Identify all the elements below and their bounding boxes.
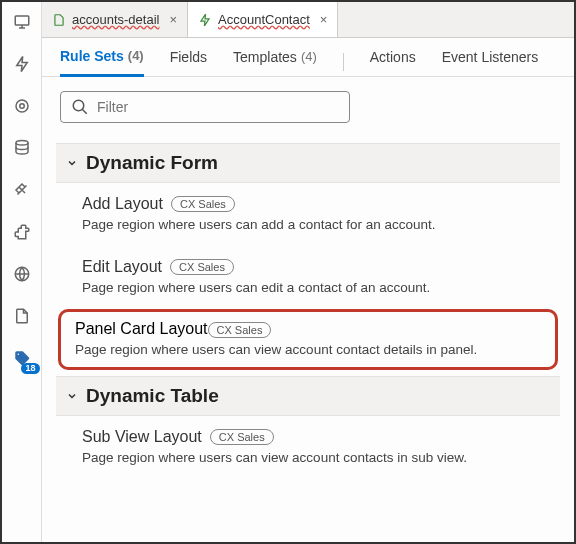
layout-title: Sub View Layout bbox=[82, 428, 202, 446]
main-panel: accounts-detail × AccountContact × Rule … bbox=[42, 2, 574, 542]
layout-title: Edit Layout bbox=[82, 258, 162, 276]
activity-bar: 18 bbox=[2, 2, 42, 542]
layout-item-sub-view[interactable]: Sub View LayoutCX Sales Page region wher… bbox=[60, 416, 556, 479]
layout-title: Add Layout bbox=[82, 195, 163, 213]
tab-templates[interactable]: Templates(4) bbox=[233, 49, 317, 75]
bolt-icon[interactable] bbox=[10, 52, 34, 76]
chevron-down-icon bbox=[66, 157, 78, 169]
subtab-label: Fields bbox=[170, 49, 207, 65]
filter-container bbox=[60, 91, 350, 123]
pill-badge: CX Sales bbox=[170, 259, 234, 275]
tab-actions[interactable]: Actions bbox=[370, 49, 416, 75]
svg-rect-0 bbox=[15, 16, 29, 25]
svg-point-3 bbox=[16, 100, 28, 112]
target-icon[interactable] bbox=[10, 94, 34, 118]
svg-line-9 bbox=[82, 109, 87, 114]
section-title: Dynamic Form bbox=[86, 152, 218, 174]
file-tab-accounts-detail[interactable]: accounts-detail × bbox=[42, 2, 188, 37]
subtabs-bar: Rule Sets(4) Fields Templates(4) Actions… bbox=[42, 38, 574, 77]
svg-point-8 bbox=[73, 100, 84, 111]
pill-badge: CX Sales bbox=[171, 196, 235, 212]
search-icon bbox=[71, 98, 89, 116]
subtab-count: (4) bbox=[128, 48, 144, 64]
tab-rule-sets[interactable]: Rule Sets(4) bbox=[60, 48, 144, 77]
extension-icon[interactable] bbox=[10, 220, 34, 244]
close-icon[interactable]: × bbox=[169, 12, 177, 27]
subtab-label: Event Listeners bbox=[442, 49, 539, 65]
layout-desc: Page region where users can view account… bbox=[82, 450, 550, 465]
file-icon[interactable] bbox=[10, 304, 34, 328]
file-tab-label: accounts-detail bbox=[72, 12, 159, 27]
section-dynamic-table[interactable]: Dynamic Table bbox=[56, 376, 560, 416]
separator bbox=[343, 53, 344, 71]
close-icon[interactable]: × bbox=[320, 12, 328, 27]
database-icon[interactable] bbox=[10, 136, 34, 160]
subtab-count: (4) bbox=[301, 49, 317, 65]
svg-point-5 bbox=[16, 141, 28, 146]
layout-item-panel-card-highlighted[interactable]: Panel Card LayoutCX Sales Page region wh… bbox=[58, 309, 558, 370]
layout-title: Panel Card Layout bbox=[75, 320, 208, 337]
file-tab-label: AccountContact bbox=[218, 12, 310, 27]
layout-desc: Page region where users can edit a conta… bbox=[82, 280, 550, 295]
badge-count: 18 bbox=[21, 363, 39, 374]
tab-fields[interactable]: Fields bbox=[170, 49, 207, 75]
content-area: Dynamic Form Add LayoutCX Sales Page reg… bbox=[42, 77, 574, 493]
tag-icon[interactable]: 18 bbox=[10, 346, 34, 370]
subtab-label: Actions bbox=[370, 49, 416, 65]
subtab-label: Rule Sets bbox=[60, 48, 124, 64]
plug-icon[interactable] bbox=[10, 178, 34, 202]
filter-input[interactable] bbox=[97, 99, 339, 115]
subtab-label: Templates bbox=[233, 49, 297, 65]
layout-desc: Page region where users can view account… bbox=[75, 342, 547, 357]
section-dynamic-form[interactable]: Dynamic Form bbox=[56, 143, 560, 183]
page-icon bbox=[52, 13, 66, 27]
section-title: Dynamic Table bbox=[86, 385, 219, 407]
file-tab-account-contact[interactable]: AccountContact × bbox=[188, 2, 338, 37]
file-tabs-bar: accounts-detail × AccountContact × bbox=[42, 2, 574, 38]
layout-item-add[interactable]: Add LayoutCX Sales Page region where use… bbox=[60, 183, 556, 246]
pill-badge: CX Sales bbox=[208, 322, 272, 338]
bolt-page-icon bbox=[198, 13, 212, 27]
layout-desc: Page region where users can add a contac… bbox=[82, 217, 550, 232]
pill-badge: CX Sales bbox=[210, 429, 274, 445]
monitor-icon[interactable] bbox=[10, 10, 34, 34]
tab-event-listeners[interactable]: Event Listeners bbox=[442, 49, 539, 75]
globe-icon[interactable] bbox=[10, 262, 34, 286]
layout-item-edit[interactable]: Edit LayoutCX Sales Page region where us… bbox=[60, 246, 556, 309]
chevron-down-icon bbox=[66, 390, 78, 402]
svg-point-4 bbox=[19, 104, 24, 109]
